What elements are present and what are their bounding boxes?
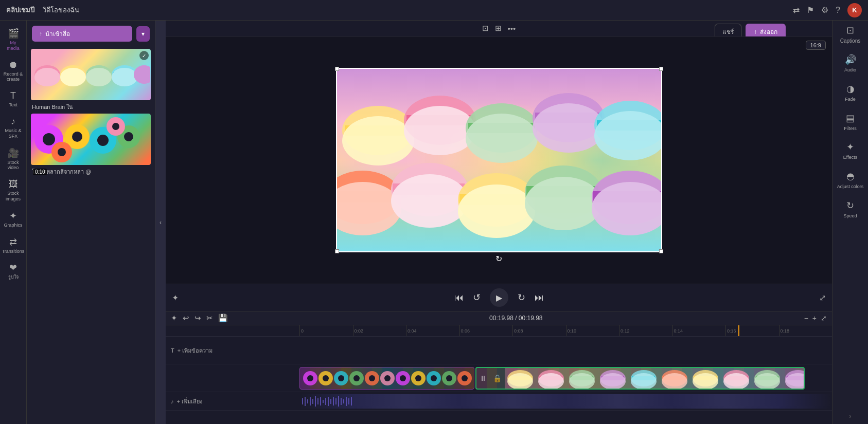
video-clip-2[interactable]: ⏸ 🔒 bbox=[475, 367, 805, 390]
timeline-redo-button[interactable]: ↪ bbox=[194, 314, 201, 323]
corner-handle-tr[interactable] bbox=[659, 67, 663, 71]
svg-point-2 bbox=[34, 68, 60, 86]
forward-5s-button[interactable]: ↻ bbox=[518, 292, 525, 303]
transitions-icon: ⇄ bbox=[9, 236, 17, 248]
text-track-label: T + เพิ่มข้อความ bbox=[166, 346, 299, 355]
corner-handle-tl[interactable] bbox=[335, 67, 339, 71]
svg-rect-114 bbox=[312, 399, 313, 404]
timeline-cut-button[interactable]: ✂ bbox=[206, 314, 213, 323]
right-sidebar-collapse-button[interactable]: › bbox=[849, 413, 852, 420]
video-clip-1[interactable] bbox=[299, 367, 474, 390]
music-icon: ♪ bbox=[11, 116, 15, 127]
timeline-magic-button[interactable]: ✦ bbox=[171, 314, 178, 323]
svg-rect-111 bbox=[305, 397, 306, 406]
svg-rect-125 bbox=[341, 398, 342, 405]
rs-item-adjust-colors[interactable]: ◓ Adjust colors bbox=[834, 167, 867, 194]
corner-handle-br[interactable] bbox=[659, 249, 663, 253]
skip-forward-button[interactable]: ⏭ bbox=[535, 292, 544, 303]
media-label-macaron: Human Brain ใน bbox=[31, 100, 151, 113]
ruler-mark-4: 0:08 bbox=[512, 325, 566, 337]
ai-edit-button[interactable]: ✦ bbox=[172, 293, 179, 303]
fade-icon: ◑ bbox=[846, 83, 855, 95]
share-network-icon[interactable]: ⇄ bbox=[793, 5, 800, 15]
svg-rect-113 bbox=[310, 397, 311, 405]
sidebar-item-stock-images[interactable]: 🖼 Stock images bbox=[2, 176, 25, 205]
play-pause-button[interactable]: ▶ bbox=[490, 288, 508, 307]
timeline-area: ✦ ↩ ↪ ✂ 💾 00:19.98 / 00:19.98 − + ⤢ 0 0:… bbox=[166, 311, 832, 424]
clip1-thumbnail bbox=[300, 367, 474, 389]
crop-icon[interactable]: ⊡ bbox=[482, 24, 489, 33]
timeline-save-button[interactable]: 💾 bbox=[218, 314, 228, 323]
resize-icon[interactable]: ⊞ bbox=[495, 24, 502, 33]
svg-point-20 bbox=[124, 132, 133, 141]
rs-item-audio[interactable]: 🔊 Audio bbox=[834, 50, 867, 77]
fullscreen-button[interactable]: ⤢ bbox=[819, 293, 826, 303]
svg-point-11 bbox=[112, 68, 137, 86]
zoom-out-button[interactable]: − bbox=[804, 314, 808, 322]
svg-rect-122 bbox=[333, 397, 334, 405]
ruler-mark-2: 0:04 bbox=[406, 325, 459, 337]
svg-point-33 bbox=[466, 114, 538, 163]
rewind-5s-button[interactable]: ↺ bbox=[473, 292, 481, 303]
sidebar-item-tools[interactable]: ❤ รูปใจ bbox=[2, 259, 25, 283]
right-sidebar: ⊡ Captions 🔊 Audio ◑ Fade ▤ Filters ✦ Ef… bbox=[832, 21, 868, 424]
svg-rect-116 bbox=[317, 398, 318, 404]
video-title[interactable]: วิดีโอของฉัน bbox=[43, 5, 785, 15]
main-layout: 🎬 My media ⏺ Record & create T Text ♪ Mu… bbox=[0, 21, 868, 424]
ruler-mark-6: 0:12 bbox=[619, 325, 672, 337]
import-button[interactable]: ↑ นำเข้าสื่อ bbox=[32, 26, 132, 42]
preview-area: ↻ 16:9 bbox=[166, 36, 832, 284]
rs-label-speed: Speed bbox=[843, 213, 857, 219]
rs-label-fade: Fade bbox=[845, 97, 856, 102]
panel-collapse-button[interactable]: ‹ bbox=[155, 21, 166, 424]
svg-point-67 bbox=[384, 375, 391, 381]
zoom-in-button[interactable]: + bbox=[812, 314, 817, 322]
aspect-ratio-badge[interactable]: 16:9 bbox=[806, 41, 826, 50]
settings-icon[interactable]: ⚙ bbox=[821, 5, 828, 15]
sidebar-label-stock-video: Stock video bbox=[4, 160, 23, 171]
svg-point-16 bbox=[72, 132, 82, 142]
video-clip-1-inner bbox=[300, 367, 474, 389]
rs-label-filters: Filters bbox=[844, 126, 857, 132]
media-item-macaron[interactable]: ✓ Human Brain ใน bbox=[31, 49, 151, 113]
skip-back-button[interactable]: ⏮ bbox=[454, 292, 464, 303]
help-icon[interactable]: ? bbox=[836, 6, 840, 15]
sidebar-item-my-media[interactable]: 🎬 My media bbox=[2, 25, 25, 54]
speed-icon: ↻ bbox=[846, 200, 854, 211]
svg-point-48 bbox=[458, 185, 535, 238]
sidebar-item-transitions[interactable]: ⇄ Transitions bbox=[2, 233, 25, 257]
rs-item-filters[interactable]: ▤ Filters bbox=[834, 108, 867, 136]
rotate-handle[interactable]: ↻ bbox=[495, 254, 502, 264]
svg-rect-112 bbox=[307, 399, 308, 403]
sidebar-item-record[interactable]: ⏺ Record & create bbox=[2, 57, 25, 86]
rs-label-adjust-colors: Adjust colors bbox=[837, 184, 864, 190]
svg-rect-115 bbox=[315, 396, 316, 407]
text-track-icon: T bbox=[171, 347, 174, 354]
timeline-undo-button[interactable]: ↩ bbox=[183, 314, 189, 323]
rs-item-effects[interactable]: ✦ Effects bbox=[834, 137, 867, 164]
rs-label-effects: Effects bbox=[843, 155, 857, 160]
sidebar-item-stock-video[interactable]: 🎥 Stock video bbox=[2, 144, 25, 174]
clip-pause-icon: ⏸ bbox=[480, 374, 487, 382]
import-dropdown-button[interactable]: ▾ bbox=[136, 26, 150, 42]
sidebar-item-text[interactable]: T Text bbox=[2, 87, 25, 111]
svg-rect-119 bbox=[325, 398, 326, 405]
more-options-icon[interactable]: ••• bbox=[508, 24, 516, 33]
audio-track-label: ♪ + เพิ่มเสียง bbox=[166, 397, 299, 406]
rs-item-speed[interactable]: ↻ Speed bbox=[834, 196, 867, 223]
video-track-row: ⏸ 🔒 bbox=[166, 364, 832, 392]
sidebar-item-graphics[interactable]: ✦ Graphics bbox=[2, 207, 25, 231]
svg-point-27 bbox=[342, 116, 414, 165]
import-icon: ↑ bbox=[39, 30, 42, 38]
media-item-donut[interactable]: 0:10 โดนัทหลากสีจากหลา @ bbox=[31, 114, 151, 177]
avatar[interactable]: K bbox=[847, 3, 862, 17]
video-preview[interactable]: ↻ bbox=[336, 68, 662, 252]
zoom-fit-button[interactable]: ⤢ bbox=[821, 314, 827, 322]
media-label-donut: โดนัทหลากสีจากหลา @ bbox=[31, 165, 151, 177]
rs-item-fade[interactable]: ◑ Fade bbox=[834, 79, 867, 106]
flag-icon[interactable]: ⚑ bbox=[807, 5, 814, 15]
svg-point-14 bbox=[43, 133, 55, 145]
adjust-colors-icon: ◓ bbox=[846, 171, 855, 182]
corner-handle-bl[interactable] bbox=[335, 249, 339, 253]
sidebar-item-music[interactable]: ♪ Music & SFX bbox=[2, 113, 25, 142]
